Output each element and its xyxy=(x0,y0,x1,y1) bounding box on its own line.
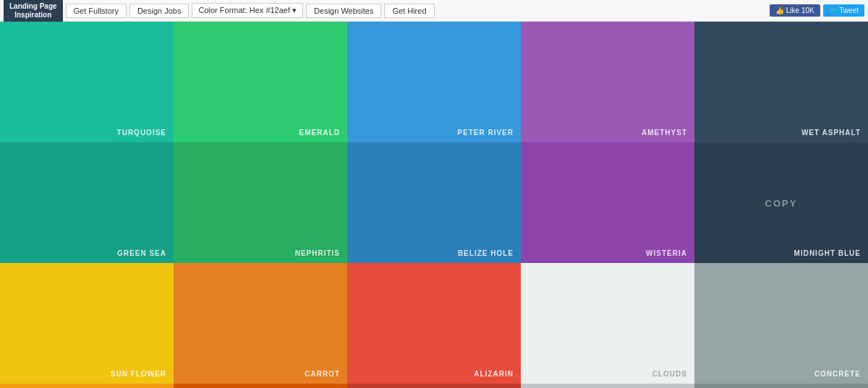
color-cell-row4-0[interactable] xyxy=(0,384,174,388)
color-label-row1-3: AMETHYST xyxy=(642,129,687,137)
color-format-dropdown[interactable]: Color Format: Hex #12aef ▾ xyxy=(192,3,303,18)
color-label-row1-2: PETER RIVER xyxy=(457,129,514,137)
color-label-row3-1: CARROT xyxy=(305,370,340,378)
design-jobs-button[interactable]: Design Jobs xyxy=(129,4,190,18)
color-label-row2-4: MIDNIGHT BLUE xyxy=(794,249,861,257)
color-cell-row4-2[interactable] xyxy=(347,384,521,388)
get-fullstory-button[interactable]: Get Fullstory xyxy=(66,4,127,18)
color-label-row3-2: ALIZARIN xyxy=(474,370,514,378)
color-cell-row2-4[interactable]: MIDNIGHT BLUECOPY xyxy=(694,142,868,263)
brand-logo: Landing Page Inspiration xyxy=(4,0,63,22)
color-label-row3-0: SUN FLOWER xyxy=(111,370,166,378)
color-cell-row1-3[interactable]: AMETHYST xyxy=(521,22,694,142)
design-websites-button[interactable]: Design Websites xyxy=(306,4,381,18)
header: Landing Page Inspiration Get Fullstory D… xyxy=(0,0,868,22)
tweet-button[interactable]: 🐦 Tweet xyxy=(823,4,864,17)
color-label-row3-4: CONCRETE xyxy=(814,370,861,378)
color-label-row1-0: TURQUOISE xyxy=(117,129,166,137)
color-cell-row4-3[interactable] xyxy=(521,384,694,388)
color-label-row3-3: CLOUDS xyxy=(652,370,687,378)
color-cell-row1-4[interactable]: WET ASPHALT xyxy=(694,22,868,142)
color-label-row1-1: EMERALD xyxy=(299,129,340,137)
color-cell-row4-1[interactable] xyxy=(174,384,347,388)
get-hired-button[interactable]: Get Hired xyxy=(384,4,434,18)
color-label-row2-0: GREEN SEA xyxy=(117,249,166,257)
color-cell-row4-4[interactable] xyxy=(694,384,868,388)
color-cell-row1-1[interactable]: EMERALD xyxy=(174,22,347,142)
copy-overlay: COPY xyxy=(765,197,798,208)
like-button[interactable]: 👍 Like 10K xyxy=(770,4,820,17)
color-label-row2-3: WISTERIA xyxy=(646,249,687,257)
color-cell-row1-0[interactable]: TURQUOISE xyxy=(0,22,174,142)
color-cell-row3-0[interactable]: SUN FLOWER xyxy=(0,263,174,384)
color-cell-row2-1[interactable]: NEPHRITIS xyxy=(174,142,347,263)
color-cell-row2-0[interactable]: GREEN SEA xyxy=(0,142,174,263)
color-cell-row3-2[interactable]: ALIZARIN xyxy=(347,263,521,384)
color-label-row2-1: NEPHRITIS xyxy=(295,249,340,257)
color-label-row1-4: WET ASPHALT xyxy=(801,129,861,137)
color-cell-row2-2[interactable]: BELIZE HOLE xyxy=(347,142,521,263)
color-label-row2-2: BELIZE HOLE xyxy=(458,249,514,257)
color-cell-row3-1[interactable]: CARROT xyxy=(174,263,347,384)
color-cell-row1-2[interactable]: PETER RIVER xyxy=(347,22,521,142)
color-grid: TURQUOISEEMERALDPETER RIVERAMETHYSTWET A… xyxy=(0,22,868,388)
color-cell-row3-4[interactable]: CONCRETE xyxy=(694,263,868,384)
color-cell-row2-3[interactable]: WISTERIA xyxy=(521,142,694,263)
color-cell-row3-3[interactable]: CLOUDS xyxy=(521,263,694,384)
social-buttons: 👍 Like 10K 🐦 Tweet xyxy=(770,4,864,17)
